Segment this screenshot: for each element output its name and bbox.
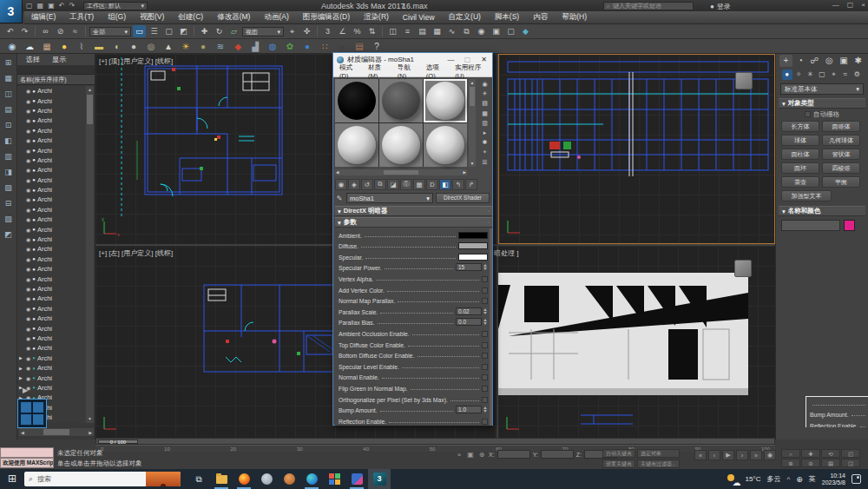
- select-object-icon[interactable]: ▭: [133, 25, 146, 37]
- selection-set-dropdown[interactable]: 选定对象: [637, 449, 680, 458]
- layer-manager-icon[interactable]: ▤: [416, 25, 429, 37]
- explorer-display-icon[interactable]: ⊞: [2, 56, 16, 69]
- unlink-icon[interactable]: ⊘: [54, 25, 67, 37]
- spinner-snap-icon[interactable]: ⇅: [365, 25, 378, 37]
- selection-filter-dropdown[interactable]: 全部▾: [89, 27, 131, 36]
- helpers-subtab[interactable]: ⌖: [828, 69, 838, 80]
- visibility-eye-icon[interactable]: ◉: [26, 167, 30, 173]
- sample-slot-2[interactable]: [379, 79, 423, 122]
- notification-center-icon[interactable]: [852, 474, 861, 484]
- weather-icon[interactable]: ☁: [727, 474, 740, 485]
- dx-shader-icon[interactable]: D: [426, 179, 438, 190]
- menu-item-图形编辑器(D)[interactable]: 图形编辑器(D): [296, 12, 357, 23]
- visibility-eye-icon[interactable]: ◉: [26, 117, 30, 123]
- visibility-eye-icon[interactable]: ◉: [26, 375, 30, 381]
- list-item[interactable]: ◉●Archi: [17, 343, 87, 353]
- scroll-left-icon[interactable]: ◀: [21, 430, 24, 435]
- use-pivot-center-icon[interactable]: ⌖: [286, 25, 299, 37]
- scroll-right-icon[interactable]: ▶: [464, 170, 466, 175]
- select-link-icon[interactable]: ∞: [39, 25, 52, 37]
- visibility-eye-icon[interactable]: ◉: [26, 196, 30, 202]
- object-button-圆柱体[interactable]: 圆柱体: [781, 149, 819, 160]
- list-item[interactable]: ◉●Archi: [17, 304, 87, 314]
- paint-app-icon[interactable]: [345, 469, 368, 489]
- dark-ball-icon[interactable]: ●: [335, 40, 349, 52]
- me-menu-实用程序(U)[interactable]: 实用程序(U): [452, 63, 492, 80]
- explorer-tab-选择[interactable]: 选择: [21, 55, 45, 64]
- scroll-left-icon[interactable]: ◀: [336, 170, 339, 175]
- previous-frame-icon[interactable]: ‹: [708, 450, 720, 460]
- sample-slot-3[interactable]: [424, 79, 467, 122]
- list-item[interactable]: ◉●Archi: [17, 215, 87, 224]
- list-item[interactable]: ◉●Archi: [17, 235, 87, 244]
- sample-type-icon[interactable]: ◉: [477, 79, 492, 89]
- visibility-eye-icon[interactable]: ◉: [26, 246, 30, 252]
- spinner-arrows[interactable]: [482, 307, 488, 315]
- create-tab[interactable]: +: [779, 55, 792, 67]
- hidden-icons-caret[interactable]: ^: [786, 475, 790, 483]
- weather-temperature[interactable]: 15°C: [746, 475, 761, 483]
- network-globe-icon[interactable]: ⊕: [796, 475, 803, 484]
- param-checkbox[interactable]: [482, 342, 488, 348]
- explorer-groups-icon[interactable]: ▧: [2, 182, 16, 195]
- explorer-tab-显示[interactable]: 显示: [47, 55, 71, 64]
- visibility-eye-icon[interactable]: ◉: [26, 88, 30, 94]
- visibility-eye-icon[interactable]: ◉: [26, 295, 30, 301]
- disc-icon[interactable]: ◎: [144, 40, 158, 52]
- explorer-geometry-icon[interactable]: ◫: [2, 88, 16, 101]
- explorer-spacewarps-icon[interactable]: ◨: [2, 166, 16, 179]
- select-rotate-icon[interactable]: ↻: [213, 25, 226, 37]
- file-explorer-icon[interactable]: [210, 469, 233, 489]
- visibility-eye-icon[interactable]: ◉: [26, 108, 30, 114]
- material-map-navigator-icon[interactable]: ☰: [477, 157, 492, 167]
- time-slider-handle[interactable]: 0 / 100: [98, 439, 138, 444]
- maxscript-mini-listener[interactable]: [0, 447, 54, 458]
- help-search-input[interactable]: ⌕ 键入关键字或短语: [603, 2, 694, 10]
- scroll-right-icon[interactable]: ▶: [89, 430, 92, 435]
- color-swatch[interactable]: [458, 242, 488, 249]
- spinner-field[interactable]: 15: [456, 263, 482, 271]
- rendered-frame-icon[interactable]: ▢: [504, 25, 517, 37]
- coordinate-field[interactable]: [497, 450, 530, 459]
- pipe-icon[interactable]: ⌇: [75, 40, 89, 52]
- leaf-icon[interactable]: ✿: [283, 40, 297, 52]
- key-filters-button[interactable]: 关键点过滤器...: [637, 459, 680, 468]
- explorer-cameras-icon[interactable]: ◧: [2, 135, 16, 148]
- time-slider[interactable]: 0 / 100: [95, 438, 775, 445]
- input-language-indicator[interactable]: 英: [809, 474, 816, 484]
- tiling-icon[interactable]: ▦: [477, 109, 492, 118]
- object-button-加强型文本[interactable]: 加强型文本: [781, 190, 832, 202]
- angle-snap-icon[interactable]: ∠: [336, 25, 349, 37]
- sign-in-button[interactable]: ● 登录: [710, 2, 731, 11]
- list-item[interactable]: ◉●Archi: [17, 314, 87, 323]
- menu-item-自定义(U)[interactable]: 自定义(U): [442, 12, 488, 23]
- autokey-button[interactable]: 自动关键点: [602, 449, 635, 458]
- render-setup-icon[interactable]: ▣: [490, 25, 503, 37]
- isolate-toggle-icon[interactable]: ×: [455, 451, 464, 459]
- 3dsmax-taskbar-icon[interactable]: 3: [368, 469, 391, 489]
- list-item[interactable]: ◉●Archi: [17, 116, 87, 125]
- object-button-长方体[interactable]: 长方体: [781, 121, 819, 132]
- go-to-parent-icon[interactable]: ↰: [452, 179, 464, 190]
- visibility-eye-icon[interactable]: ◉: [26, 276, 30, 282]
- scroll-up-icon[interactable]: ▲: [86, 86, 94, 94]
- scroll-down-icon[interactable]: ▼: [86, 415, 94, 423]
- list-item[interactable]: ◉●Archi: [17, 244, 87, 254]
- list-item[interactable]: ◉●Archi: [17, 175, 87, 185]
- gray-app-icon[interactable]: [255, 469, 278, 489]
- list-item[interactable]: ◉●Archi: [17, 224, 87, 234]
- list-item[interactable]: ◉●Archi: [17, 195, 87, 204]
- cameras-subtab[interactable]: ▢: [817, 69, 827, 80]
- object-button-球体[interactable]: 球体: [781, 135, 819, 146]
- snaps-toggle-icon[interactable]: 3: [321, 25, 334, 37]
- help-icon[interactable]: ?: [370, 40, 384, 52]
- visibility-eye-icon[interactable]: ◉: [26, 326, 30, 332]
- globe-icon[interactable]: ◍: [266, 40, 279, 52]
- menu-item-视图(V)[interactable]: 视图(V): [133, 12, 171, 23]
- object-button-茶壶[interactable]: 茶壶: [781, 176, 819, 188]
- orange-app-icon[interactable]: [278, 469, 300, 489]
- absolute-mode-icon[interactable]: ⊕: [477, 451, 486, 459]
- spinner-arrows[interactable]: [482, 318, 488, 326]
- red-shape-icon[interactable]: ◆: [231, 40, 245, 52]
- viewcube[interactable]: [735, 72, 753, 89]
